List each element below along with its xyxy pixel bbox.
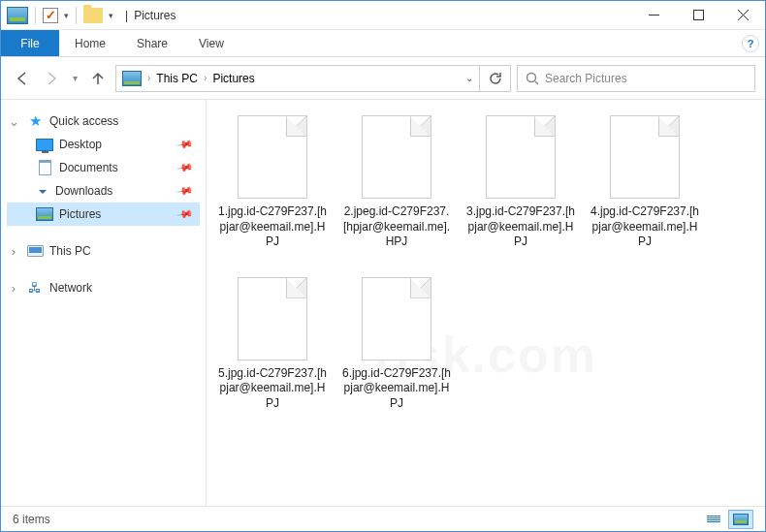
expand-icon[interactable]: ›	[7, 245, 20, 258]
divider	[76, 7, 77, 24]
file-item[interactable]: 4.jpg.id-C279F237.[hpjar@keemail.me].HPJ	[587, 115, 703, 250]
this-pc-icon	[27, 245, 44, 257]
tree-label: Quick access	[49, 114, 118, 128]
file-icon	[362, 277, 431, 360]
thumbnails-view-button[interactable]	[728, 510, 753, 529]
refresh-button[interactable]	[480, 65, 511, 92]
minimize-button[interactable]	[631, 1, 676, 29]
folder-icon[interactable]	[83, 8, 103, 23]
pin-icon: 📌	[176, 205, 195, 224]
collapse-icon[interactable]: ⌄	[7, 115, 20, 128]
pictures-icon	[36, 207, 53, 221]
file-name: 3.jpg.id-C279F237.[hpjar@keemail.me].HPJ	[464, 204, 577, 250]
window-title: Pictures	[134, 9, 176, 22]
file-icon	[610, 115, 680, 199]
divider	[35, 7, 36, 24]
search-input[interactable]: Search Pictures	[517, 65, 755, 92]
recent-dropdown-icon[interactable]: ▾	[69, 67, 80, 90]
file-name: 1.jpg.id-C279F237.[hpjar@keemail.me].HPJ	[216, 204, 329, 250]
file-view[interactable]: PCrisk.com 1.jpg.id-C279F237.[hpjar@keem…	[207, 100, 765, 506]
properties-icon[interactable]: ✓	[43, 8, 58, 23]
pin-icon: 📌	[176, 159, 195, 177]
quick-access-toolbar: ✓ ▾ ▾	[1, 7, 119, 24]
location-icon	[122, 71, 142, 86]
breadcrumb-pictures[interactable]: Pictures	[212, 72, 254, 85]
address-dropdown-icon[interactable]: ⌄	[465, 73, 473, 83]
pin-icon: 📌	[176, 182, 195, 201]
close-button[interactable]	[720, 1, 765, 29]
qat-dropdown-icon[interactable]: ▾	[64, 11, 69, 20]
titlebar: ✓ ▾ ▾ | Pictures	[1, 1, 765, 30]
help-button[interactable]: ?	[742, 35, 759, 52]
network-icon: 🖧	[26, 280, 44, 296]
tree-pictures[interactable]: Pictures 📌	[7, 203, 200, 226]
svg-line-5	[535, 81, 538, 84]
status-bar: 6 items	[1, 506, 765, 531]
tab-share[interactable]: Share	[121, 30, 183, 56]
star-icon: ★	[26, 113, 44, 129]
address-bar[interactable]: › This PC › Pictures ⌄	[115, 65, 480, 92]
ribbon-tabs: File Home Share View ?	[1, 30, 765, 57]
file-name: 2.jpeg.id-C279F237.[hpjar@keemail.me].HP…	[340, 204, 453, 250]
chevron-right-icon[interactable]: ›	[204, 73, 207, 83]
tree-quick-access[interactable]: ⌄ ★ Quick access	[7, 110, 200, 133]
search-placeholder: Search Pictures	[545, 72, 627, 85]
desktop-icon	[36, 139, 53, 151]
tab-view[interactable]: View	[183, 30, 239, 56]
tree-label: Documents	[59, 161, 118, 174]
back-button[interactable]	[11, 67, 34, 90]
tree-desktop[interactable]: Desktop 📌	[7, 133, 200, 156]
up-button[interactable]	[86, 67, 110, 90]
file-item[interactable]: 3.jpg.id-C279F237.[hpjar@keemail.me].HPJ	[463, 115, 579, 250]
tree-label: Network	[49, 281, 92, 295]
file-icon	[486, 115, 556, 199]
tree-label: Downloads	[55, 184, 112, 198]
breadcrumb-this-pc[interactable]: This PC	[156, 72, 198, 85]
svg-rect-1	[693, 11, 703, 20]
title-separator: |	[125, 9, 128, 22]
tree-label: This PC	[49, 244, 91, 258]
tab-home[interactable]: Home	[59, 30, 121, 56]
file-item[interactable]: 5.jpg.id-C279F237.[hpjar@keemail.me].HPJ	[214, 277, 331, 412]
maximize-button[interactable]	[676, 1, 720, 29]
expand-icon[interactable]: ›	[7, 282, 20, 295]
file-icon	[238, 115, 307, 199]
documents-icon	[39, 160, 51, 175]
tree-label: Desktop	[59, 138, 102, 151]
chevron-right-icon[interactable]: ›	[147, 73, 150, 83]
file-item[interactable]: 1.jpg.id-C279F237.[hpjar@keemail.me].HPJ	[214, 115, 331, 250]
tree-this-pc[interactable]: › This PC	[7, 239, 200, 263]
search-icon	[526, 72, 539, 85]
app-icon[interactable]	[7, 7, 28, 24]
file-item[interactable]: 2.jpeg.id-C279F237.[hpjar@keemail.me].HP…	[338, 115, 455, 250]
window-controls	[631, 1, 765, 29]
tree-downloads[interactable]: Downloads 📌	[7, 179, 200, 203]
file-name: 4.jpg.id-C279F237.[hpjar@keemail.me].HPJ	[589, 204, 701, 250]
pin-icon: 📌	[176, 136, 195, 154]
forward-button[interactable]	[40, 67, 63, 90]
tree-label: Pictures	[59, 207, 101, 221]
file-icon	[238, 277, 307, 360]
file-name: 6.jpg.id-C279F237.[hpjar@keemail.me].HPJ	[340, 366, 453, 412]
file-tab[interactable]: File	[1, 30, 59, 56]
file-icon	[362, 115, 431, 199]
details-view-button[interactable]	[701, 510, 726, 529]
ribbon-toggle-icon[interactable]: ▾	[109, 11, 113, 20]
file-item[interactable]: 6.jpg.id-C279F237.[hpjar@keemail.me].HPJ	[338, 277, 455, 412]
downloads-icon	[36, 184, 49, 198]
navigation-bar: ▾ › This PC › Pictures ⌄ Search Pictures	[1, 57, 765, 100]
tree-network[interactable]: › 🖧 Network	[7, 276, 200, 299]
file-name: 5.jpg.id-C279F237.[hpjar@keemail.me].HPJ	[216, 366, 329, 412]
item-count: 6 items	[13, 513, 50, 526]
svg-point-4	[527, 73, 536, 81]
navigation-pane: ⌄ ★ Quick access Desktop 📌 Documents 📌 D…	[1, 100, 207, 506]
tree-documents[interactable]: Documents 📌	[7, 156, 200, 179]
